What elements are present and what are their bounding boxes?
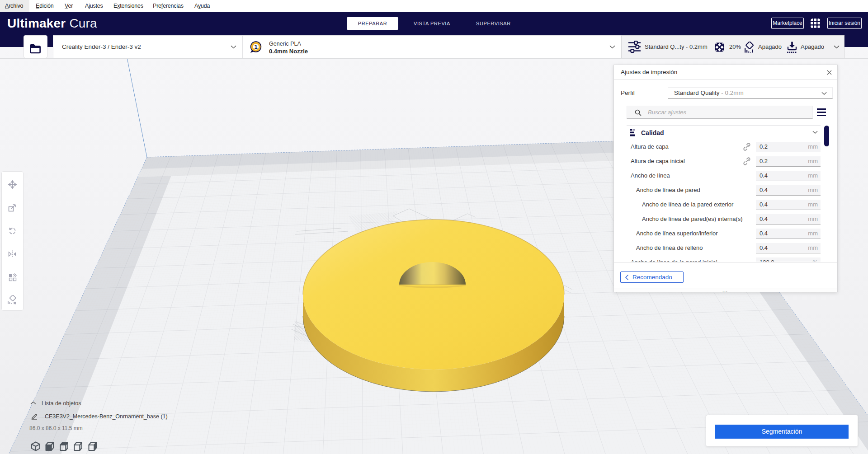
svg-text:1: 1 <box>254 43 257 50</box>
